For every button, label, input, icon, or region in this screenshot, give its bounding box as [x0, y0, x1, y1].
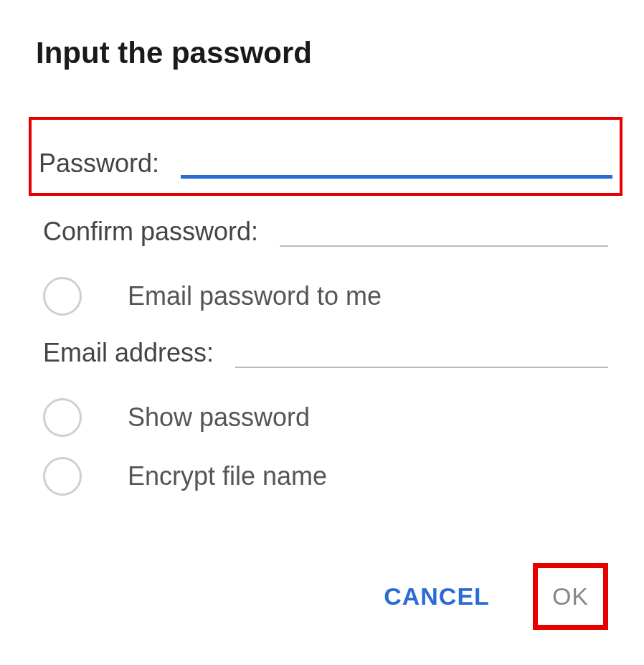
encrypt-filename-label: Encrypt file name [128, 461, 327, 491]
email-address-input[interactable] [235, 331, 608, 368]
email-password-row[interactable]: Email password to me [36, 267, 615, 326]
checkbox-icon[interactable] [43, 398, 82, 437]
ok-button[interactable]: OK [552, 583, 589, 610]
ok-button-highlight: OK [533, 563, 608, 630]
cancel-button[interactable]: CANCEL [384, 583, 490, 610]
confirm-password-input[interactable] [280, 210, 608, 247]
confirm-password-label: Confirm password: [43, 217, 258, 247]
dialog-button-row: CANCEL OK [36, 563, 615, 630]
checkbox-icon[interactable] [43, 277, 82, 316]
email-address-row: Email address: [36, 326, 615, 374]
password-input[interactable] [181, 140, 612, 179]
encrypt-filename-row[interactable]: Encrypt file name [36, 447, 615, 506]
dialog-title: Input the password [36, 36, 615, 70]
confirm-password-row: Confirm password: [36, 204, 615, 253]
password-label: Password: [39, 148, 159, 179]
checkbox-icon[interactable] [43, 457, 82, 496]
password-row: Password: [29, 117, 622, 196]
password-dialog: Input the password Password: Confirm pas… [0, 0, 644, 659]
show-password-row[interactable]: Show password [36, 388, 615, 447]
email-address-label: Email address: [43, 338, 214, 368]
show-password-label: Show password [128, 402, 310, 433]
email-password-label: Email password to me [128, 281, 382, 311]
